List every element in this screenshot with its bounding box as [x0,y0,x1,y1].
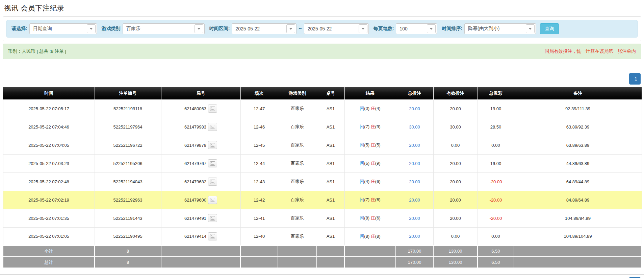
sort-value: 降幂(由大到小) [465,26,526,32]
result-banker: 庄 [371,197,375,202]
total-bet-link[interactable]: 20.00 [409,216,420,221]
date-from-select[interactable]: 2025-05-22 [232,23,297,34]
cell-time: 2025-05-22 07:01:05 [3,227,95,246]
summary-bar: 币别：人民币 | 总共 :8 注单 | 同局有效投注，统一计算在该局第一张注单内 [3,44,641,59]
cell-table-no: AS1 [317,227,344,246]
total-bet-link[interactable]: 20.00 [409,179,420,184]
cell-bet-no: 522521192963 [95,191,161,209]
result-player-score: (5) [364,142,369,147]
cell-round-no: 621479600 [161,191,240,209]
result-player: 闲 [360,234,364,239]
cell-total-payout: 19.00 [478,99,514,118]
cell-total-payout: 19.00 [478,154,514,172]
result-banker-score: (9) [375,161,381,166]
header-round-no: 局号 [161,87,240,99]
result-player-score: (7) [364,124,369,129]
search-button[interactable]: 查询 [540,23,559,34]
cell-table-no: AS1 [317,136,344,154]
header-time: 时间 [3,87,95,99]
game-result-icon[interactable] [208,178,217,186]
cell-session: 12-44 [240,154,278,172]
result-player-score: (7) [364,197,369,202]
sort-select[interactable]: 降幂(由大到小) [464,23,536,34]
chevron-down-icon[interactable] [359,24,367,33]
cell-bet-no: 522521197964 [95,118,161,136]
header-remark: 备注 [514,87,642,99]
table-body: 2025-05-22 07:05:17 522521199118 6214800… [3,99,642,246]
total-row: 总计 8 170.00 130.00 6.50 [3,257,642,268]
filter-panel: 请选择: 日期查询 游戏类别 百家乐 时间区间: 2025-05-22 ~ 20… [3,16,641,41]
cell-remark: 63.89/92.39 [514,118,642,136]
cell-bet-no: 522521196722 [95,136,161,154]
subtotal-row: 小计 8 170.00 130.00 6.50 [3,246,642,257]
query-type-select[interactable]: 日期查询 [29,23,97,34]
cell-session: 12-41 [240,209,278,227]
chevron-down-icon[interactable] [87,24,96,33]
table-row: 2025-05-22 07:03:23 522521195206 6214797… [3,154,642,172]
game-result-icon[interactable] [208,214,217,222]
bet-records-table: 时间 注单编号 局号 场次 游戏类别 桌号 结果 总投注 有效投注 总派彩 备注… [3,87,642,268]
result-player: 闲 [360,197,364,202]
game-result-icon[interactable] [208,105,217,113]
table-header: 时间 注单编号 局号 场次 游戏类别 桌号 结果 总投注 有效投注 总派彩 备注 [3,87,642,99]
total-bet-link[interactable]: 20.00 [409,161,420,166]
cell-round-no: 621479414 [161,227,240,246]
result-player-score: (8) [364,234,369,239]
table-row: 2025-05-22 07:01:05 522521190495 6214794… [3,227,642,246]
cell-valid-bet: 20.00 [433,154,478,172]
cell-total-bet: 30.00 [396,118,433,136]
cell-table-no: AS1 [317,118,344,136]
cell-total-payout: -20.00 [478,209,514,227]
result-banker-score: (8) [375,234,381,239]
result-banker-score: (6) [375,215,381,221]
date-to-select[interactable]: 2025-05-22 [304,23,369,34]
chevron-down-icon[interactable] [195,24,203,33]
cell-game: 百家乐 [278,154,317,172]
round-no-text: 621479983 [184,124,206,130]
total-bet-link[interactable]: 30.00 [409,124,420,130]
game-result-icon[interactable] [208,232,217,240]
total-bet-link[interactable]: 20.00 [409,143,420,148]
game-result-icon[interactable] [208,159,217,167]
game-category-value: 百家乐 [123,26,195,32]
cell-valid-bet: 20.00 [433,99,478,118]
page-button-1[interactable]: 1 [629,73,641,85]
filter-bar: 请选择: 日期查询 游戏类别 百家乐 时间区间: 2025-05-22 ~ 20… [6,20,638,38]
total-bet-link[interactable]: 20.00 [409,234,420,239]
cell-valid-bet: 0.00 [433,227,478,246]
cell-round-no: 621479983 [161,118,240,136]
cell-round-no: 621479491 [161,209,240,227]
header-game-category: 游戏类别 [278,87,317,99]
cell-result: 闲(7) 庄(6) [344,191,396,209]
cell-total-payout: -20.00 [478,172,514,191]
result-banker-score: (4) [375,106,381,111]
chevron-down-icon[interactable] [526,24,535,33]
cell-total-payout: 28.50 [478,118,514,136]
cell-table-no: AS1 [317,191,344,209]
cell-session: 12-45 [240,136,278,154]
valid-bet-notice: 同局有效投注，统一计算在该局第一张注单内 [545,48,636,54]
round-no-text: 621480063 [184,106,206,111]
total-count: 8 [95,257,161,268]
game-category-select[interactable]: 百家乐 [123,23,205,34]
game-result-icon[interactable] [208,196,217,204]
cell-time: 2025-05-22 07:02:19 [3,191,95,209]
cell-time: 2025-05-22 07:01:35 [3,209,95,227]
game-result-icon[interactable] [208,141,217,149]
cell-table-no: AS1 [317,172,344,191]
cell-remark: 104.89/84.89 [514,209,642,227]
table-row: 2025-05-22 07:02:48 522521194043 6214796… [3,172,642,191]
cell-time: 2025-05-22 07:04:46 [3,118,95,136]
cell-round-no: 621480063 [161,99,240,118]
game-result-icon[interactable] [208,123,217,131]
page-size-select[interactable]: 100 [396,23,437,34]
header-total-payout: 总派彩 [478,87,514,99]
chevron-down-icon[interactable] [286,24,295,33]
total-bet-link[interactable]: 20.00 [409,198,420,203]
currency-summary-text: 币别：人民币 | 总共 :8 注单 | [8,48,66,54]
cell-remark: 64.89/44.89 [514,172,642,191]
total-bet-link[interactable]: 20.00 [409,106,420,111]
time-range-label: 时间区间: [209,26,230,32]
result-player-score: (0) [364,106,369,111]
chevron-down-icon[interactable] [427,24,436,33]
